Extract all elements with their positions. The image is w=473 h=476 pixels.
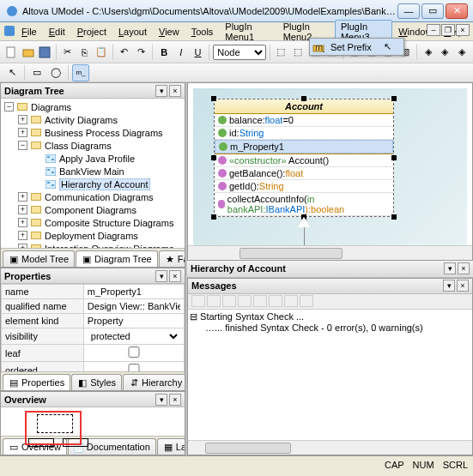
properties-grid[interactable]: namequalified nameelement kindvisibility…: [1, 284, 185, 371]
menu-layout[interactable]: Layout: [112, 25, 153, 39]
op-row[interactable]: getId():String: [215, 180, 393, 193]
maximize-button[interactable]: ▭: [421, 3, 444, 19]
tab-model-tree[interactable]: ▣Model Tree: [3, 250, 75, 267]
paste-button[interactable]: 📋: [94, 44, 109, 61]
tab-layer[interactable]: ▦Layer: [157, 438, 185, 455]
tree-item[interactable]: +Component Diagrams: [3, 203, 183, 216]
tab-properties[interactable]: ▤Properties: [3, 374, 70, 390]
attr-row[interactable]: balance:float=0: [215, 114, 393, 127]
tree-item[interactable]: +Interaction Overview Diagrams: [3, 242, 183, 248]
messages-pin-button[interactable]: ▾: [443, 280, 455, 292]
app-menu-icon[interactable]: [3, 25, 15, 39]
op-row[interactable]: «constructor» Account(): [215, 154, 393, 167]
tb-i[interactable]: ◈: [421, 44, 436, 61]
tree-item[interactable]: Hierarchy of Account: [3, 178, 183, 190]
menu-project[interactable]: Project: [71, 25, 112, 39]
property-value-input[interactable]: [88, 316, 180, 326]
prefix-tool[interactable]: m_: [72, 64, 89, 81]
op-row[interactable]: getBalance():float: [215, 167, 393, 180]
mdi-minimize-button[interactable]: –: [427, 24, 440, 36]
property-row[interactable]: leaf: [2, 345, 185, 362]
hierarchy-close-button[interactable]: ×: [458, 262, 470, 274]
properties-close-button[interactable]: ×: [169, 270, 181, 282]
copy-button[interactable]: ⎘: [77, 44, 93, 61]
tab-favorites[interactable]: ★Favorites: [159, 250, 185, 267]
pane-pin-button[interactable]: ▾: [155, 85, 167, 97]
close-button[interactable]: ✕: [446, 3, 468, 19]
messages-close-button[interactable]: ×: [457, 280, 469, 292]
pointer-tool[interactable]: ↖: [3, 64, 21, 81]
tb-k[interactable]: ◈: [454, 44, 470, 61]
messages-hscroll[interactable]: [188, 440, 472, 455]
node-select[interactable]: Node: [213, 45, 265, 60]
msg-tb-3[interactable]: [222, 295, 236, 307]
diagram-tree[interactable]: − Diagrams +Activity Diagrams+Business P…: [1, 99, 185, 248]
mdi-close-button[interactable]: ×: [456, 24, 470, 36]
msg-tb-1[interactable]: [191, 295, 205, 307]
tab-hierarchy[interactable]: ⇵Hierarchy: [123, 374, 185, 390]
italic-button[interactable]: I: [173, 44, 189, 61]
property-value-checkbox[interactable]: [88, 346, 180, 358]
undo-button[interactable]: ↶: [117, 44, 132, 61]
class-tool[interactable]: ▭: [28, 64, 45, 81]
properties-pin-button[interactable]: ▾: [155, 270, 167, 282]
interface-tool[interactable]: ◯: [47, 64, 64, 81]
menu-file[interactable]: File: [15, 25, 43, 39]
property-row[interactable]: element kind: [2, 314, 185, 328]
menu-edit[interactable]: Edit: [43, 25, 71, 39]
menu-view[interactable]: View: [153, 25, 185, 39]
property-value-select[interactable]: protected: [88, 330, 180, 342]
underline-button[interactable]: U: [191, 44, 206, 61]
tree-item[interactable]: −Class Diagrams: [3, 139, 183, 152]
open-button[interactable]: [21, 44, 36, 61]
msg-tb-8[interactable]: [300, 295, 313, 307]
property-value-input[interactable]: [88, 301, 180, 311]
mdi-restore-button[interactable]: ❐: [441, 24, 455, 36]
msg-tb-6[interactable]: [269, 295, 282, 307]
tree-item[interactable]: +Business Process Diagrams: [3, 126, 183, 139]
property-row[interactable]: visibilityprotected: [2, 328, 185, 345]
tb-a[interactable]: ⬚: [273, 44, 288, 61]
menu-tools[interactable]: Tools: [185, 25, 220, 39]
tree-item[interactable]: +Communication Diagrams: [3, 190, 183, 203]
overview-canvas[interactable]: [1, 407, 185, 436]
tree-item[interactable]: +Composite Structure Diagrams: [3, 216, 183, 229]
msg-tb-4[interactable]: [238, 295, 252, 307]
set-prefix-menuitem[interactable]: m_ Set Prefix ↖: [310, 39, 403, 55]
menu-plugin1[interactable]: PlugIn Menu1: [219, 20, 276, 44]
attr-row[interactable]: id:String: [215, 127, 393, 140]
tb-b[interactable]: ⬚: [290, 44, 306, 61]
tree-item[interactable]: +Deployment Diagrams: [3, 229, 183, 242]
tab-diagram-tree[interactable]: ▣Diagram Tree: [76, 250, 158, 267]
overview-pin-button[interactable]: ▾: [155, 394, 167, 406]
cut-button[interactable]: ✂: [60, 44, 76, 61]
minimize-button[interactable]: —: [397, 3, 420, 19]
tab-styles[interactable]: ◧Styles: [71, 374, 122, 390]
tree-item[interactable]: +Activity Diagrams: [3, 113, 183, 126]
attr-row-selected[interactable]: m_Property1: [215, 140, 393, 154]
tb-j[interactable]: ◈: [438, 44, 453, 61]
pane-close-button[interactable]: ×: [169, 85, 181, 97]
tree-item[interactable]: Apply Java Profile: [3, 152, 183, 165]
property-value-checkbox[interactable]: [88, 364, 180, 371]
tree-root[interactable]: − Diagrams: [3, 100, 183, 113]
op-row[interactable]: collectAccountInfo(in bankAPI:IBankAPI):…: [215, 193, 393, 216]
bold-button[interactable]: B: [156, 44, 172, 61]
redo-button[interactable]: ↷: [134, 44, 149, 61]
msg-tb-7[interactable]: [284, 295, 298, 307]
diagram-canvas[interactable]: Account balance:float=0 id:String m_Prop…: [187, 82, 473, 261]
messages-list[interactable]: ⊟ Starting Syntax Check ... …... finishe…: [188, 310, 472, 441]
msg-tb-5[interactable]: [253, 295, 267, 307]
canvas-hscroll[interactable]: [188, 245, 472, 260]
uml-class-account[interactable]: Account balance:float=0 id:String m_Prop…: [214, 99, 394, 217]
property-row[interactable]: name: [2, 285, 185, 299]
overview-close-button[interactable]: ×: [169, 394, 181, 406]
hierarchy-expand-button[interactable]: ▾: [444, 262, 456, 274]
property-value-input[interactable]: [88, 286, 180, 297]
msg-tb-2[interactable]: [207, 295, 221, 307]
save-button[interactable]: [37, 44, 52, 61]
property-row[interactable]: qualified name: [2, 299, 185, 314]
property-row[interactable]: ordered: [2, 362, 185, 372]
tree-item[interactable]: BankView Main: [3, 165, 183, 178]
new-button[interactable]: [3, 44, 19, 61]
